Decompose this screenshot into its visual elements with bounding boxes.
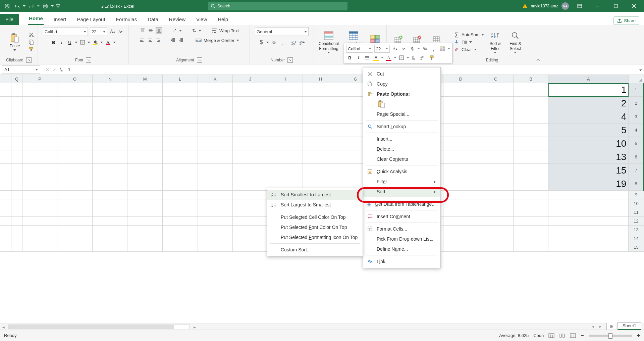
row-header-3[interactable]: 3 [629,110,644,124]
autosum-button[interactable]: ∑AutoSum [453,32,484,38]
font-launcher-icon[interactable]: ↘ [86,57,91,63]
mini-fill-color-icon[interactable] [372,54,380,61]
cell-A8[interactable]: 19 [548,177,629,191]
select-all-cells[interactable] [629,75,644,83]
row-header-2[interactable]: 2 [629,97,644,110]
cell-B9[interactable] [513,191,548,199]
menu-delete[interactable]: Delete... [363,144,440,154]
cell-A11[interactable] [548,208,629,217]
scroll-right-icon[interactable]: ▸ [191,325,198,330]
row-header-14[interactable]: 14 [629,234,644,243]
cell-O6[interactable] [57,150,93,164]
cell-O9[interactable] [57,191,93,199]
cell-Q2[interactable] [11,97,22,110]
view-page-break-icon[interactable] [570,333,576,338]
cell-O12[interactable] [57,217,93,226]
cell-M2[interactable] [127,97,163,110]
sortmenu-sort_desc[interactable]: ZASort Largest to Smallest [267,200,363,210]
share-button[interactable]: Share [613,16,639,25]
menu-insert_comment[interactable]: Insert Comment [363,211,440,222]
cell-C5[interactable] [478,137,514,150]
customize-qat-icon[interactable] [55,1,61,11]
cell-L3[interactable] [163,110,198,124]
cell-N13[interactable] [92,226,127,234]
cell-K7[interactable] [198,164,233,177]
warning-icon[interactable] [522,3,528,9]
cell-C10[interactable] [478,199,514,208]
cell-C15[interactable] [478,243,514,252]
cell-N8[interactable] [92,177,127,191]
cell-K10[interactable] [198,199,233,208]
cell-D15[interactable] [443,243,478,252]
align-bottom-icon[interactable] [156,27,162,34]
cell-O3[interactable] [57,110,93,124]
cell-N6[interactable] [92,150,127,164]
fx-icon[interactable]: fx [60,66,62,72]
horizontal-scrollbar[interactable]: ◂ ▸ [0,324,644,330]
cell-M4[interactable] [127,124,163,137]
tab-data[interactable]: Data [147,14,159,25]
menu-pick_list[interactable]: Pick From Drop-down List... [363,234,440,244]
column-header-C[interactable]: C [478,75,514,83]
tab-file[interactable]: File [0,14,19,25]
menu-quick_analysis[interactable]: Quick Analysis [363,166,440,177]
cell-H1[interactable] [303,83,338,97]
cell-K3[interactable] [198,110,233,124]
cell-M10[interactable] [127,199,163,208]
decrease-decimal-icon[interactable]: .00.0 [299,39,305,45]
cell-Q6[interactable] [11,150,22,164]
cell-N2[interactable] [92,97,127,110]
cell-B15[interactable] [513,243,548,252]
cell-M11[interactable] [127,208,163,217]
cell-B12[interactable] [513,217,548,226]
cut-icon[interactable] [28,32,34,38]
row-header-5[interactable]: 5 [629,137,644,150]
row-header-10[interactable]: 10 [629,199,644,208]
increase-font-icon[interactable]: A▴ [109,29,115,35]
cell-O4[interactable] [57,124,93,137]
row-header-11[interactable]: 11 [629,208,644,217]
underline-icon[interactable]: U [67,39,73,45]
tab-page-layout[interactable]: Page Layout [76,14,106,25]
cell-C12[interactable] [478,217,514,226]
sort-filter-button[interactable]: AZ Sort & Filter [486,31,504,53]
decrease-font-icon[interactable]: A▾ [117,29,123,35]
conditional-formatting-button[interactable]: Conditional Formatting [317,31,340,53]
cell-P9[interactable] [22,191,57,199]
cell-P7[interactable] [22,164,57,177]
cell-M3[interactable] [127,110,163,124]
cell-P14[interactable] [22,234,57,243]
cell-P5[interactable] [22,137,57,150]
align-center-icon[interactable] [147,37,153,43]
accounting-icon[interactable]: $ [258,39,264,45]
cell-A2[interactable]: 2 [548,97,629,110]
zoom-out-icon[interactable]: − [581,333,584,339]
cell-J3[interactable] [233,110,268,124]
mini-inc-decimal-icon[interactable]: .0.00 [411,54,418,61]
cell-O5[interactable] [57,137,93,150]
cell-B8[interactable] [513,177,548,191]
cell-A15[interactable] [548,243,629,252]
row-header-15[interactable]: 15 [629,243,644,252]
percent-icon[interactable]: % [271,39,277,45]
cell-Q1[interactable] [11,83,22,97]
cell-P10[interactable] [22,199,57,208]
cell-D11[interactable] [443,208,478,217]
cell-D9[interactable] [443,191,478,199]
column-header-J[interactable]: J [233,75,268,83]
tab-help[interactable]: Help [217,14,229,25]
cell-J10[interactable] [233,199,268,208]
cell-B2[interactable] [513,97,548,110]
column-header-H[interactable]: H [303,75,338,83]
mini-italic-icon[interactable]: I [355,54,362,61]
column-header-I[interactable]: I [268,75,303,83]
cell-A7[interactable]: 15 [548,164,629,177]
menu-insert[interactable]: Insert... [363,134,440,144]
menu-format_cells[interactable]: Format Cells... [363,224,440,234]
tab-insert[interactable]: Insert [53,14,67,25]
cell-K2[interactable] [198,97,233,110]
row-header-13[interactable]: 13 [629,226,644,234]
mini-increase-font-icon[interactable]: A▴ [391,45,398,52]
menu-link[interactable]: Link [363,256,440,266]
cell-D12[interactable] [443,217,478,226]
